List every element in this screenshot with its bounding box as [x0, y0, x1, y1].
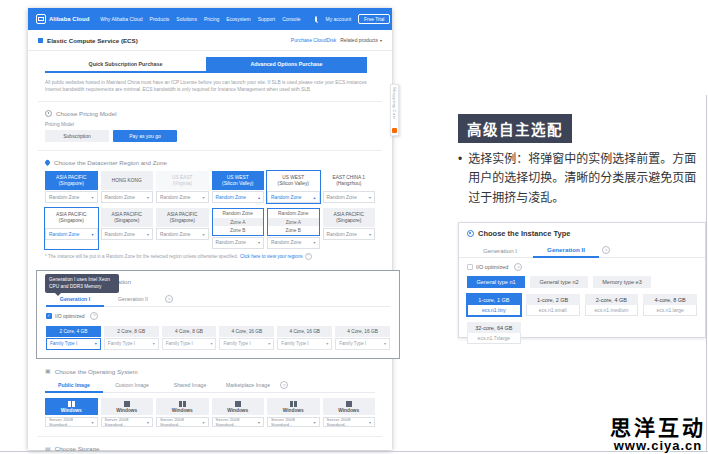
os-version-select[interactable]: Server 2008 Standard...	[156, 417, 209, 427]
nav-item-console[interactable]: Console	[282, 16, 300, 22]
alibaba-cloud-logo[interactable]: Alibaba Cloud	[36, 14, 89, 24]
category-general-n1[interactable]: General type n1	[467, 276, 525, 288]
region-card-asia-pacific[interactable]: ASIA PACIFIC(Singapore)	[156, 208, 209, 227]
zone-option-random[interactable]: Random Zone	[213, 209, 264, 218]
zone-option-b[interactable]: Zone B	[268, 226, 319, 235]
purchase-clouddisk-link[interactable]: Purchase CloudDisk	[291, 37, 336, 43]
tab-advanced-options[interactable]: Advanced Options Purchase	[206, 57, 367, 73]
tab-generation-1[interactable]: Generation I	[467, 244, 533, 257]
family-type-select[interactable]: Family Type I	[104, 338, 159, 350]
region-card-asia-pacific[interactable]: ASIA PACIFIC(Singapore)	[101, 208, 154, 227]
zone-select[interactable]: Random Zone	[212, 237, 265, 249]
nav-item-solutions[interactable]: Solutions	[176, 16, 197, 22]
help-icon[interactable]	[514, 263, 522, 271]
nav-item-why-alibaba-cloud[interactable]: Why Alibaba Cloud	[100, 16, 142, 22]
help-icon[interactable]	[165, 295, 173, 303]
pay-as-you-go-button[interactable]: Pay as you go	[113, 130, 177, 142]
region-card-asia-pacific[interactable]: ASIA PACIFIC(Singapore)	[45, 208, 98, 227]
divider	[38, 436, 382, 437]
tab-marketplace-image[interactable]: Marketplace Image	[219, 379, 277, 391]
zone-select[interactable]: Random Zone	[45, 228, 98, 240]
tab-quick-subscription[interactable]: Quick Subscription Purchase	[45, 57, 206, 73]
tab-generation-2[interactable]: Generation II	[104, 293, 162, 305]
instance-type-detail-card: Choose the Instance Type Generation I Ge…	[458, 222, 706, 338]
instance-7xlarge[interactable]: 32-core, 64 GB ecs.n1.7xlarge	[467, 322, 521, 344]
tab-custom-image[interactable]: Custom Image	[103, 379, 161, 391]
os-version-select[interactable]: Server 2008 Standard...	[267, 417, 320, 427]
region-card-us-west-2[interactable]: US WEST(Silicon Valley)	[267, 171, 320, 190]
nav-item-pricing[interactable]: Pricing	[204, 16, 219, 22]
zone-option-b[interactable]: Zone B	[213, 226, 264, 235]
tab-public-image[interactable]: Public Image	[45, 379, 103, 393]
region-card-east-china-1[interactable]: EAST CHINA 1(Hangzhou)	[323, 171, 376, 190]
family-type-select[interactable]: Family Type I	[335, 338, 390, 350]
instance-option-4[interactable]: 4 Core, 16 GB Family Type I	[219, 326, 274, 350]
os-card-windows[interactable]: Windows	[212, 398, 265, 416]
subscription-button[interactable]: Subscription	[45, 130, 109, 142]
zone-select[interactable]: Random Zone	[267, 237, 320, 249]
instance-small[interactable]: 1-core, 2 GB ecs.n1.small	[526, 294, 580, 316]
zone-select[interactable]: Random Zone	[156, 228, 209, 240]
os-card-windows[interactable]: Windows	[45, 398, 98, 416]
os-version-select[interactable]: Server 2008 Standard...	[323, 417, 376, 427]
tab-shared-image[interactable]: Shared Image	[161, 379, 219, 391]
region-card-asia-pacific[interactable]: ASIA PACIFIC(Singapore)	[45, 171, 98, 190]
chevron-down-icon	[258, 420, 260, 425]
zone-select[interactable]: Random Zone	[45, 191, 98, 203]
help-icon[interactable]	[280, 381, 288, 389]
shopping-cart-tab[interactable]: Shopping Cart	[390, 84, 399, 136]
view-regions-link[interactable]: Click here to view your regions	[240, 254, 303, 259]
zone-select[interactable]: Random Zone	[323, 228, 376, 240]
os-version-select[interactable]: Server 2008 Standard...	[101, 417, 154, 427]
slide-canvas: Alibaba Cloud Why Alibaba Cloud Products…	[0, 0, 708, 454]
family-type-select[interactable]: Family Type I	[277, 338, 332, 350]
region-card-hong-kong[interactable]: HONG KONG	[101, 171, 154, 190]
related-products-dropdown[interactable]: Related products	[340, 37, 382, 43]
zone-option-a[interactable]: Zone A	[213, 218, 264, 227]
instance-option-3[interactable]: 4 Core, 8 GB Family Type I	[162, 326, 217, 350]
my-account-link[interactable]: My account	[326, 16, 352, 22]
os-card-windows[interactable]: Windows	[101, 398, 154, 416]
zone-select[interactable]: Random Zone	[101, 228, 154, 240]
free-trial-button[interactable]: Free Trial	[358, 14, 390, 24]
chevron-down-icon	[147, 420, 149, 425]
os-card-windows[interactable]: Windows	[323, 398, 376, 416]
os-version-select[interactable]: Server 2008 Standard...	[45, 417, 98, 427]
nav-item-support[interactable]: Support	[258, 16, 276, 22]
search-icon[interactable]	[315, 16, 317, 22]
nav-item-products[interactable]: Products	[150, 16, 170, 22]
os-card-windows[interactable]: Windows	[267, 398, 320, 416]
instance-tiny[interactable]: 1-core, 1 GB ecs.n1.tiny	[467, 294, 521, 316]
io-optimized-checkbox[interactable]	[46, 313, 52, 319]
chevron-up-icon	[313, 195, 315, 200]
zone-select-open[interactable]: Random Zone	[267, 191, 320, 203]
os-card-windows[interactable]: Windows	[156, 398, 209, 416]
instance-option-1[interactable]: 2 Core, 4 GB Family Type I	[46, 326, 101, 350]
category-general-n2[interactable]: General type n2	[530, 276, 588, 288]
tab-generation-2[interactable]: Generation II	[533, 243, 599, 258]
zone-option-a[interactable]: Zone A	[268, 218, 319, 227]
zone-select[interactable]: Random Zone	[323, 191, 376, 203]
zone-option-random[interactable]: Random Zone	[268, 209, 319, 218]
os-version-select[interactable]: Server 2008 Standard...	[212, 417, 265, 427]
region-card-asia-pacific[interactable]: ASIA PACIFIC(Singapore)	[323, 208, 376, 227]
zone-select[interactable]: Random Zone	[101, 191, 154, 203]
family-type-select[interactable]: Family Type I	[162, 338, 217, 350]
help-icon[interactable]	[305, 253, 312, 260]
category-memory-e3[interactable]: Memory type e3	[593, 276, 651, 288]
family-type-select[interactable]: Family Type I	[219, 338, 274, 350]
instance-large[interactable]: 4-core, 8 GB ecs.n1.large	[643, 294, 697, 316]
instance-medium[interactable]: 2-core, 4 GB ecs.n1.medium	[585, 294, 639, 316]
family-type-select[interactable]: Family Type I	[46, 338, 101, 350]
help-icon[interactable]	[90, 312, 98, 320]
chevron-down-icon	[202, 195, 204, 200]
instance-option-5[interactable]: 4 Core, 16 GB Family Type I	[277, 326, 332, 350]
nav-item-ecosystem[interactable]: Ecosystem	[226, 16, 250, 22]
help-icon[interactable]	[602, 246, 610, 254]
instance-option-2[interactable]: 2 Core, 8 GB Family Type I	[104, 326, 159, 350]
zone-select-open[interactable]: Random Zone	[212, 191, 265, 203]
region-grid-row1: ASIA PACIFIC(Singapore) Random Zone HONG…	[45, 171, 375, 203]
io-optimized-checkbox[interactable]	[467, 264, 473, 270]
instance-option-6[interactable]: 4 Core, 16 GB Family Type I	[335, 326, 390, 350]
region-card-us-west[interactable]: US WEST(Silicon Valley)	[212, 171, 265, 190]
